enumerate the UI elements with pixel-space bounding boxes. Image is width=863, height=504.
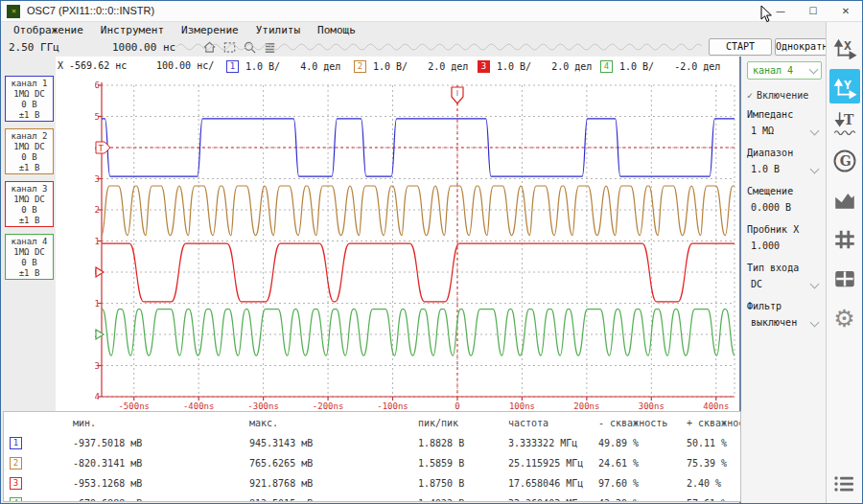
svg-text:G: G: [839, 153, 851, 169]
gear-glyph: ⚙: [833, 307, 854, 331]
offset-input[interactable]: 0.000 В: [747, 202, 822, 216]
table-row-badge: 3: [10, 477, 22, 490]
impedance-value: 1 МΩ: [751, 126, 774, 136]
svg-text:-100ns: -100ns: [377, 401, 408, 411]
table-cell: 765.6265 мВ: [249, 458, 313, 469]
range-dropdown[interactable]: 1.0 В: [747, 164, 822, 177]
settings-gear-icon[interactable]: ⚙: [829, 301, 860, 335]
enable-checkbox[interactable]: ✓Включение: [747, 90, 822, 101]
mouse-cursor: [760, 5, 773, 23]
svg-text:-1: -1: [95, 299, 100, 309]
table-cell: 75.39 %: [687, 458, 727, 469]
ch3-settings[interactable]: 3 1.0 В/ 2.0 дел: [478, 60, 592, 73]
sample-rate-readout: 2.50 ГГц: [9, 41, 59, 54]
mode-icon-column: X Y T G ⚙: [826, 22, 862, 504]
window-title: OSC7 (PXI11::0::0::INSTR): [27, 5, 154, 16]
table-cell: 50.11 %: [687, 438, 727, 448]
offset-label: Смещение: [747, 186, 822, 196]
channel-4-box[interactable]: канал 4 1МΩ DC 0 В ±1 В: [5, 234, 54, 280]
trigger-icon[interactable]: T: [829, 108, 860, 139]
table-cell: 97.60 %: [598, 478, 639, 489]
ch3-offset: 2.0 дел: [551, 61, 592, 72]
trace-channel-4: [102, 309, 739, 355]
menu-help[interactable]: Помощь: [311, 23, 362, 38]
channel-4-title: канал 4: [6, 237, 53, 247]
ch3-scale: 1.0 В/: [497, 61, 531, 72]
svg-text:400ns: 400ns: [703, 401, 729, 411]
waveform-view-icon[interactable]: [829, 183, 860, 218]
start-button[interactable]: СТАРТ: [709, 38, 772, 56]
channel-2-range: ±1 В: [6, 163, 53, 173]
channel-1-offset: 0 В: [6, 100, 53, 110]
table-row-badge: 2: [10, 457, 22, 470]
channel-4-range: ±1 В: [6, 268, 53, 279]
svg-text:300ns: 300ns: [639, 401, 665, 411]
svg-text:1: 1: [95, 237, 100, 246]
table-view-icon[interactable]: [829, 262, 860, 296]
svg-text:-500ns: -500ns: [118, 401, 150, 411]
measurement-list-icon[interactable]: [829, 467, 860, 501]
generator-icon[interactable]: G: [829, 144, 860, 178]
table-header: макс.: [249, 418, 278, 428]
impedance-dropdown[interactable]: 1 МΩ: [747, 126, 822, 139]
waveform-preview-strip[interactable]: [176, 41, 702, 54]
titlebar[interactable]: ✕ OSC7 (PXI11::0::0::INSTR) — ☐ ✕: [1, 1, 862, 22]
trace-channel-2: [102, 186, 739, 236]
svg-text:Y: Y: [843, 78, 851, 92]
probe-input[interactable]: 1.000: [747, 241, 822, 254]
table-cell: 49.89 %: [598, 438, 639, 448]
close-button[interactable]: ✕: [829, 1, 862, 22]
input-type-dropdown[interactable]: DC: [747, 279, 822, 292]
scope-graph[interactable]: 6543210-1-2-3-4-500ns-400ns-300ns-200ns-…: [95, 78, 739, 411]
ch1-badge[interactable]: 1: [226, 60, 239, 73]
channel-select-dropdown[interactable]: канал 4: [747, 61, 822, 80]
chevron-down-icon: [810, 318, 820, 328]
svg-text:T: T: [843, 112, 853, 127]
channel-select-value: канал 4: [753, 65, 793, 76]
ch1-settings[interactable]: 1 1.0 В/ 4.0 дел: [226, 60, 340, 73]
channel-config-panel: канал 4 ✓Включение Импеданс 1 МΩ Диапазо…: [739, 57, 828, 504]
main-area: X -569.62 нс 100.00 нс/ 1 1.0 В/ 4.0 дел…: [1, 57, 739, 411]
ch4-settings[interactable]: 4 1.0 В/ -2.0 дел: [600, 60, 720, 73]
filter-dropdown[interactable]: выключен: [747, 317, 822, 331]
ch3-badge[interactable]: 3: [478, 60, 490, 73]
table-header: частота: [508, 418, 548, 428]
grid-settings-icon[interactable]: [829, 222, 860, 257]
ch2-settings[interactable]: 2 1.0 В/ 2.0 дел: [354, 60, 468, 73]
svg-text:-4: -4: [95, 392, 100, 401]
range-label: Диапазон: [747, 148, 822, 158]
table-cell: 1.4922 В: [418, 498, 464, 502]
single-shot-button[interactable]: Однократно: [775, 38, 828, 56]
menu-display[interactable]: Отображение: [7, 23, 90, 38]
table-cell: 1.8828 В: [418, 438, 464, 448]
svg-text:200ns: 200ns: [573, 401, 599, 411]
menu-utilities[interactable]: Утилиты: [249, 23, 307, 38]
svg-text:6: 6: [95, 80, 100, 90]
table-cell: 1.5859 В: [418, 458, 464, 469]
range-value: 1.0 В: [751, 164, 780, 174]
channel-2-box[interactable]: канал 2 1МΩ DC 0 В ±1 В: [5, 128, 54, 174]
chevron-down-icon: [809, 65, 819, 75]
channel-3-title: канал 3: [6, 184, 53, 195]
svg-text:-200ns: -200ns: [313, 401, 344, 411]
svg-text:2: 2: [95, 205, 100, 215]
input-type-label: Тип входа: [747, 263, 822, 273]
channel-1-box[interactable]: канал 1 1МΩ DC 0 В ±1 В: [5, 76, 54, 122]
y-scale-icon[interactable]: Y: [829, 69, 860, 103]
ch2-badge[interactable]: 2: [354, 60, 366, 73]
channel-3-box[interactable]: канал 3 1МΩ DC 0 В ±1 В: [5, 181, 54, 227]
channel-3-offset: 0 В: [6, 205, 53, 216]
svg-text:X: X: [843, 38, 851, 53]
channel-1-range: ±1 В: [6, 110, 53, 121]
x-scale-icon[interactable]: X: [829, 30, 860, 64]
maximize-button[interactable]: ☐: [797, 1, 829, 22]
check-icon: ✓: [747, 90, 753, 101]
ch4-badge[interactable]: 4: [600, 60, 613, 73]
table-cell: 812.5015 мВ: [249, 498, 313, 502]
zero-marker: [96, 267, 104, 277]
timebase-readout[interactable]: 100.00 нс/: [156, 60, 214, 71]
menu-instrument[interactable]: Инструмент: [94, 23, 171, 38]
menu-measure[interactable]: Измерение: [175, 23, 245, 38]
enable-label: Включение: [757, 90, 808, 101]
table-cell: 921.8768 мВ: [249, 478, 313, 489]
